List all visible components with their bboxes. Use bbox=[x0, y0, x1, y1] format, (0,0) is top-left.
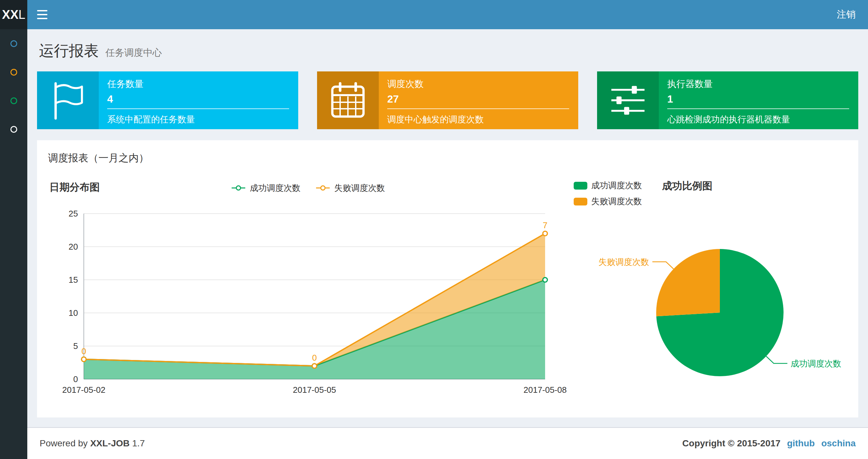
logout-button[interactable]: 注销 bbox=[825, 8, 868, 21]
line-chart-legend: 成功调度次数 失败调度次数 bbox=[231, 183, 385, 194]
page-header: 运行报表 任务调度中心 bbox=[27, 29, 868, 62]
panel-title: 调度报表（一月之内） bbox=[48, 151, 847, 165]
circle-outline-icon bbox=[10, 69, 17, 76]
navbar-right: 注销 bbox=[825, 0, 868, 29]
info-box-description: 系统中配置的任务数量 bbox=[107, 113, 289, 125]
divider bbox=[107, 108, 289, 109]
flag-icon bbox=[37, 71, 99, 129]
line-legend-marker-icon bbox=[315, 185, 330, 191]
oschina-link[interactable]: oschina bbox=[821, 438, 856, 449]
svg-text:2017-05-08: 2017-05-08 bbox=[524, 385, 567, 395]
pie-chart-legend: 成功调度次数 失败调度次数 bbox=[574, 180, 642, 207]
legend-label: 成功调度次数 bbox=[591, 180, 642, 191]
info-box-executor-count: 执行器数量 1 心跳检测成功的执行器机器数量 bbox=[597, 71, 858, 129]
svg-text:失败调度次数: 失败调度次数 bbox=[598, 257, 649, 267]
hamburger-icon bbox=[37, 18, 48, 19]
hamburger-icon bbox=[37, 14, 48, 15]
app-logo[interactable]: XXL bbox=[0, 0, 27, 29]
sidebar bbox=[0, 29, 27, 459]
circle-outline-icon bbox=[10, 40, 17, 47]
info-box-content: 调度次数 27 调度中心触发的调度次数 bbox=[379, 71, 578, 129]
charts-row: 日期分布图 成功调度次数 bbox=[48, 178, 847, 408]
svg-text:25: 25 bbox=[68, 209, 78, 219]
svg-text:2017-05-02: 2017-05-02 bbox=[62, 385, 105, 395]
info-box-value: 27 bbox=[387, 93, 569, 105]
footer: Powered by XXL-JOB 1.7 Copyright © 2015-… bbox=[27, 427, 868, 459]
svg-text:5: 5 bbox=[73, 341, 78, 351]
schedule-report-panel: 调度报表（一月之内） 日期分布图 成功调度次数 bbox=[37, 140, 858, 418]
stats-row: 任务数量 4 系统中配置的任务数量 bbox=[37, 71, 858, 129]
info-box-value: 1 bbox=[667, 93, 849, 105]
svg-text:15: 15 bbox=[68, 275, 78, 285]
legend-item-fail[interactable]: 失败调度次数 bbox=[315, 183, 385, 194]
svg-text:10: 10 bbox=[68, 308, 78, 318]
circle-outline-icon bbox=[10, 97, 17, 104]
logo-text: L bbox=[19, 8, 25, 22]
page-title: 运行报表 bbox=[39, 42, 99, 59]
svg-text:0: 0 bbox=[73, 374, 78, 384]
powered-by: Powered by XXL-JOB 1.7 bbox=[40, 438, 145, 449]
svg-text:20: 20 bbox=[68, 242, 78, 252]
calendar-icon bbox=[317, 71, 379, 129]
product-version: 1.7 bbox=[132, 438, 145, 448]
info-box-trigger-count: 调度次数 27 调度中心触发的调度次数 bbox=[317, 71, 578, 129]
info-box-content: 任务数量 4 系统中配置的任务数量 bbox=[99, 71, 298, 129]
content-wrapper: 运行报表 任务调度中心 任务数量 4 系统中配置的任务数量 bbox=[27, 29, 868, 427]
line-chart-header: 日期分布图 成功调度次数 bbox=[48, 178, 568, 197]
page-content: 任务数量 4 系统中配置的任务数量 bbox=[27, 62, 868, 427]
product-name: XXL-JOB bbox=[90, 438, 130, 448]
info-box-value: 4 bbox=[107, 93, 289, 105]
svg-text:2017-05-05: 2017-05-05 bbox=[293, 385, 336, 395]
info-box-description: 心跳检测成功的执行器机器数量 bbox=[667, 113, 849, 125]
success-ratio-section: 成功调度次数 失败调度次数 成功比例图 成功调度次数失败调度次数 bbox=[568, 178, 853, 408]
legend-item-fail[interactable]: 失败调度次数 bbox=[574, 196, 642, 207]
sidebar-item-jobs[interactable] bbox=[0, 58, 27, 86]
info-box-description: 调度中心触发的调度次数 bbox=[387, 113, 569, 125]
legend-swatch-icon bbox=[574, 198, 587, 205]
legend-item-success[interactable]: 成功调度次数 bbox=[231, 183, 301, 194]
svg-text:7: 7 bbox=[543, 221, 547, 230]
info-box-title: 执行器数量 bbox=[667, 78, 849, 90]
footer-right: Copyright © 2015-2017 github oschina bbox=[682, 438, 856, 449]
logo-text-bold: XX bbox=[2, 8, 19, 22]
sidebar-item-executors[interactable] bbox=[0, 115, 27, 143]
sliders-icon bbox=[597, 71, 659, 129]
success-ratio-pie-chart: 成功调度次数失败调度次数 bbox=[574, 207, 853, 408]
sidebar-item-report[interactable] bbox=[0, 29, 27, 58]
date-distribution-chart: 05101520252017-05-022017-05-052017-05-08… bbox=[48, 197, 568, 398]
copyright-text: Copyright © 2015-2017 bbox=[682, 438, 780, 449]
powered-prefix: Powered by bbox=[40, 438, 88, 448]
info-box-title: 调度次数 bbox=[387, 78, 569, 90]
line-chart-title: 日期分布图 bbox=[50, 181, 100, 194]
github-link[interactable]: github bbox=[787, 438, 815, 449]
legend-label: 失败调度次数 bbox=[591, 196, 642, 207]
svg-text:成功调度次数: 成功调度次数 bbox=[791, 359, 841, 368]
legend-label: 成功调度次数 bbox=[250, 183, 301, 194]
date-distribution-section: 日期分布图 成功调度次数 bbox=[48, 178, 568, 408]
line-legend-marker-icon bbox=[231, 185, 246, 191]
info-box-content: 执行器数量 1 心跳检测成功的执行器机器数量 bbox=[659, 71, 858, 129]
svg-text:0: 0 bbox=[82, 347, 86, 356]
legend-item-success[interactable]: 成功调度次数 bbox=[574, 180, 642, 191]
hamburger-icon bbox=[37, 10, 48, 11]
sidebar-item-logs[interactable] bbox=[0, 86, 27, 115]
info-box-task-count: 任务数量 4 系统中配置的任务数量 bbox=[37, 71, 298, 129]
info-box-title: 任务数量 bbox=[107, 78, 289, 90]
svg-text:0: 0 bbox=[312, 353, 317, 363]
page-subtitle: 任务调度中心 bbox=[105, 47, 162, 58]
divider bbox=[387, 108, 569, 109]
legend-label: 失败调度次数 bbox=[334, 183, 385, 194]
pie-chart-header: 成功调度次数 失败调度次数 成功比例图 bbox=[574, 178, 853, 207]
sidebar-toggle-button[interactable] bbox=[27, 0, 57, 29]
divider bbox=[667, 108, 849, 109]
pie-chart-title: 成功比例图 bbox=[662, 179, 712, 193]
top-navbar: XXL 注销 bbox=[0, 0, 868, 29]
circle-outline-icon bbox=[10, 126, 17, 133]
legend-swatch-icon bbox=[574, 182, 587, 190]
